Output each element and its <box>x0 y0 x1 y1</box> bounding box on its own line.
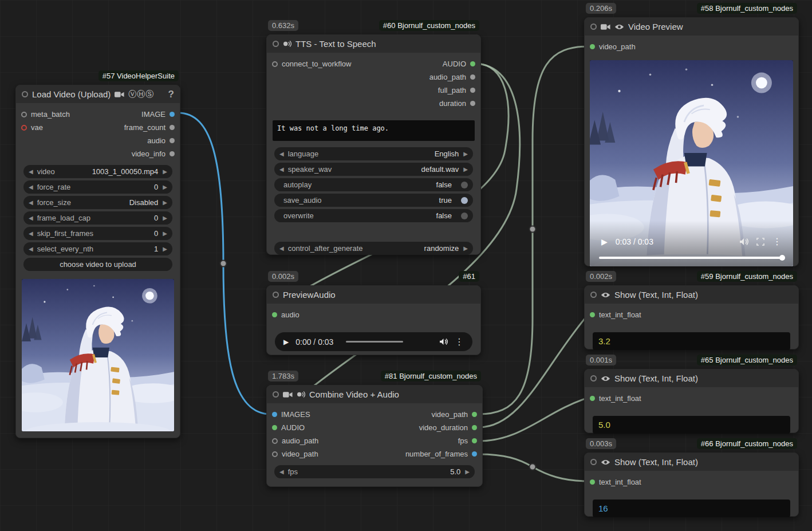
node-header[interactable]: Show (Text, Int, Float) <box>585 286 798 304</box>
help-icon[interactable]: ? <box>168 89 174 100</box>
widget-force-rate[interactable]: ◀ force_rate 0 ▶ <box>23 180 172 194</box>
node-video-preview[interactable]: 0.206s #58 Bjornulf_custom_nodes Video P… <box>584 17 799 266</box>
collapse-dot-icon[interactable] <box>22 91 28 97</box>
collapse-dot-icon[interactable] <box>590 459 597 465</box>
arrow-left-icon[interactable]: ◀ <box>279 151 284 157</box>
toggle-dot[interactable] <box>461 213 468 219</box>
video-controls[interactable]: ▶ 0:03 / 0:03 ⋮ <box>590 236 793 247</box>
output-slot-video-info[interactable]: video_info <box>132 150 175 158</box>
arrow-left-icon[interactable]: ◀ <box>29 230 33 237</box>
output-dot[interactable] <box>472 412 477 417</box>
output-dot[interactable] <box>472 451 477 457</box>
output-dot[interactable] <box>470 74 475 80</box>
arrow-right-icon[interactable]: ▶ <box>163 246 167 252</box>
input-dot[interactable] <box>272 61 278 67</box>
arrow-right-icon[interactable]: ▶ <box>463 166 468 172</box>
volume-icon[interactable] <box>739 238 748 246</box>
output-dot[interactable] <box>170 138 175 143</box>
workflow-canvas[interactable]: #57 VideoHelperSuite Load Video (Upload)… <box>0 0 812 531</box>
output-dot[interactable] <box>472 425 477 430</box>
collapse-dot-icon[interactable] <box>590 375 597 381</box>
arrow-right-icon[interactable]: ▶ <box>163 215 167 221</box>
input-slot-audio-path[interactable]: audio_path <box>272 436 318 445</box>
output-dot[interactable] <box>170 125 175 130</box>
input-slot-text-int-float[interactable]: text_int_float <box>590 310 641 319</box>
arrow-right-icon[interactable]: ▶ <box>163 168 167 175</box>
output-slot-image[interactable]: IMAGE <box>141 110 175 119</box>
output-dot[interactable] <box>470 61 475 66</box>
output-slot-frame-count[interactable]: frame_count <box>124 123 175 132</box>
fullscreen-icon[interactable] <box>756 238 764 246</box>
output-slot-audio-path[interactable]: audio_path <box>429 73 475 81</box>
input-dot[interactable] <box>590 44 595 49</box>
output-dot[interactable] <box>472 438 477 443</box>
input-dot[interactable] <box>590 479 595 485</box>
input-dot[interactable] <box>590 312 595 317</box>
input-dot[interactable] <box>272 438 278 444</box>
kebab-menu-icon[interactable]: ⋮ <box>455 336 464 347</box>
choose-video-button[interactable]: choose video to upload <box>23 258 172 271</box>
output-dot[interactable] <box>170 112 175 117</box>
collapse-dot-icon[interactable] <box>273 391 279 398</box>
input-slot-audio[interactable]: AUDIO <box>272 423 305 432</box>
input-slot-connect-to-workflow[interactable]: connect_to_workflow <box>272 60 351 68</box>
node-header[interactable]: Show (Text, Int, Float) <box>585 453 798 471</box>
play-icon[interactable]: ▶ <box>601 237 608 246</box>
arrow-right-icon[interactable]: ▶ <box>465 469 470 475</box>
reroute-dot[interactable] <box>530 226 536 233</box>
node-show-65[interactable]: 0.001s #65 Bjornulf_custom_nodes Show (T… <box>584 369 799 433</box>
reroute-dot[interactable] <box>220 261 227 267</box>
output-dot[interactable] <box>470 88 475 93</box>
input-slot-text-int-float[interactable]: text_int_float <box>590 394 641 403</box>
input-slot-images[interactable]: IMAGES <box>272 410 310 419</box>
kebab-menu-icon[interactable]: ⋮ <box>772 236 782 247</box>
node-header[interactable]: Combine Video + Audio <box>267 386 482 403</box>
widget-force-size[interactable]: ◀ force_size Disabled ▶ <box>23 196 172 209</box>
widget-language[interactable]: ◀ language English ▶ <box>274 147 473 160</box>
output-slot-number-of-frames[interactable]: number_of_frames <box>405 450 477 458</box>
input-dot[interactable] <box>21 112 27 117</box>
node-tts[interactable]: 0.632s #60 Bjornulf_custom_nodes TTS - T… <box>266 34 481 255</box>
node-header[interactable]: Show (Text, Int, Float) <box>585 369 798 387</box>
output-dot[interactable] <box>170 151 175 156</box>
video-thumbnail[interactable] <box>22 279 174 431</box>
arrow-left-icon[interactable]: ◀ <box>29 215 33 221</box>
widget-skip-first-frames[interactable]: ◀ skip_first_frames 0 ▶ <box>23 227 172 240</box>
widget-control-after-generate[interactable]: ◀ control_after_generate randomize ▶ <box>274 242 473 255</box>
input-dot[interactable] <box>272 451 278 457</box>
widget-speaker-wav[interactable]: ◀ speaker_wav default.wav ▶ <box>274 163 473 176</box>
arrow-left-icon[interactable]: ◀ <box>279 469 284 475</box>
reroute-dot[interactable] <box>530 464 536 470</box>
collapse-dot-icon[interactable] <box>590 292 597 298</box>
node-load-video[interactable]: #57 VideoHelperSuite Load Video (Upload)… <box>15 85 180 438</box>
input-dot[interactable] <box>21 125 27 131</box>
tts-text-input[interactable]: It was not a long time ago. <box>273 120 475 141</box>
input-slot-audio[interactable]: audio <box>272 310 299 319</box>
video-progress-bar[interactable] <box>599 257 784 259</box>
play-icon[interactable]: ▶ <box>283 338 289 346</box>
audio-seek-slider[interactable] <box>346 341 403 343</box>
output-slot-duration[interactable]: duration <box>439 99 475 108</box>
node-combine-video-audio[interactable]: 1.783s #81 Bjornulf_custom_nodes Combine… <box>266 385 483 487</box>
output-slot-video-path[interactable]: video_path <box>431 410 477 419</box>
widget-fps[interactable]: ◀ fps 5.0 ▶ <box>274 465 475 478</box>
arrow-left-icon[interactable]: ◀ <box>29 246 33 252</box>
arrow-right-icon[interactable]: ▶ <box>463 151 468 157</box>
input-dot[interactable] <box>272 412 277 417</box>
toggle-autoplay[interactable]: autoplay false <box>274 178 473 191</box>
output-slot-full-path[interactable]: full_path <box>438 86 475 95</box>
arrow-right-icon[interactable]: ▶ <box>163 230 167 237</box>
node-show-66[interactable]: 0.003s #66 Bjornulf_custom_nodes Show (T… <box>584 453 799 517</box>
node-header[interactable]: TTS - Text to Speech <box>267 35 480 53</box>
input-dot[interactable] <box>272 312 277 317</box>
collapse-dot-icon[interactable] <box>273 292 279 298</box>
input-slot-meta-batch[interactable]: meta_batch <box>21 110 70 119</box>
collapse-dot-icon[interactable] <box>590 23 597 30</box>
input-slot-vae[interactable]: vae <box>21 123 43 132</box>
input-slot-text-int-float[interactable]: text_int_float <box>590 478 641 486</box>
audio-player[interactable]: ▶ 0:00 / 0:03 ⋮ <box>275 332 472 351</box>
output-slot-audio[interactable]: audio <box>147 136 175 145</box>
output-slot-audio[interactable]: AUDIO <box>443 60 475 68</box>
node-header[interactable]: PreviewAudio <box>267 286 480 304</box>
output-dot[interactable] <box>470 101 475 106</box>
